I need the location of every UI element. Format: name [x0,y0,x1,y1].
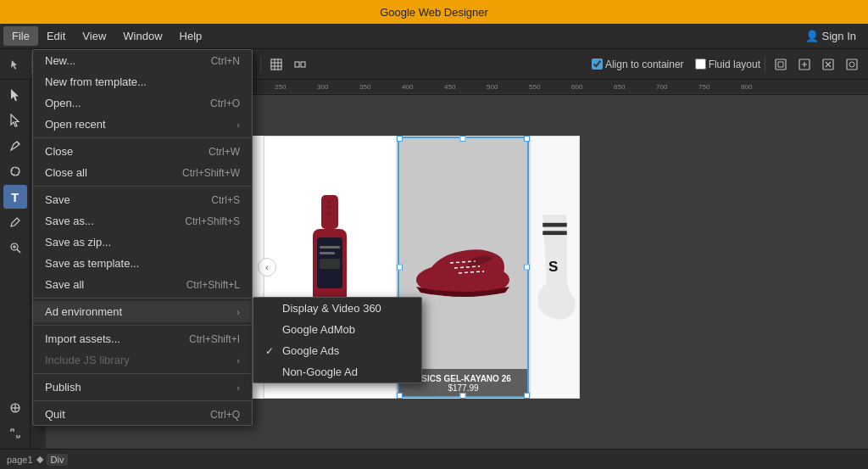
menu-sep-4 [33,325,252,326]
svg-rect-34 [295,62,299,67]
menu-save-as-template[interactable]: Save as template... [33,253,252,274]
svg-point-84 [328,206,331,209]
toolbar-select-btn[interactable] [5,53,27,75]
svg-rect-36 [776,59,786,70]
menu-publish[interactable]: Publish › [33,377,252,398]
align-to-container-checkbox[interactable] [592,59,603,70]
submenu-non-google[interactable]: Non-Google Ad [253,361,421,382]
page-symbol: ◆ [36,454,43,465]
sel-handle-tl[interactable] [397,136,403,142]
menu-save-as[interactable]: Save as... Ctrl+Shift+S [33,210,252,232]
svg-text:600: 600 [571,83,583,91]
svg-rect-94 [542,223,566,227]
svg-text:400: 400 [402,83,414,91]
product-shoe-icon [408,229,518,305]
title-bar: Google Web Designer [0,0,868,24]
svg-text:500: 500 [487,83,498,91]
svg-rect-33 [271,59,281,70]
sel-handle-tr[interactable] [524,136,530,142]
toolbar-more1-btn[interactable] [289,53,311,75]
pen-tool-btn[interactable] [3,134,27,158]
pan-tool-btn[interactable] [3,396,27,420]
svg-rect-39 [847,59,857,70]
status-bar: page1 ◆ Div [0,449,868,469]
menu-close[interactable]: Close Ctrl+W [33,141,252,162]
fluid-layout-checkbox[interactable] [695,59,706,70]
menu-sep-2 [33,186,252,187]
sel-handle-lm[interactable] [397,265,403,271]
svg-text:450: 450 [444,83,456,91]
svg-text:250: 250 [275,83,287,91]
menu-open-recent[interactable]: Open recent › [33,114,252,135]
menu-new-from-template[interactable]: New from template... [33,71,252,92]
svg-rect-82 [320,259,340,269]
zoom-tool-btn[interactable] [3,236,27,260]
svg-line-41 [17,142,19,144]
menu-open[interactable]: Open... Ctrl+O [33,92,252,114]
menu-ad-environment[interactable]: Ad environment › [33,301,252,322]
svg-text:S: S [548,259,558,275]
sel-handle-tm[interactable] [460,136,466,142]
menu-save-as-zip[interactable]: Save as zip... [33,232,252,253]
toolbar-icon-r3[interactable] [817,53,839,75]
menu-save[interactable]: Save Ctrl+S [33,189,252,210]
svg-rect-81 [320,252,335,254]
submenu-admob[interactable]: Google AdMob [253,319,421,340]
menu-sep-6 [33,400,252,401]
menu-sep-5 [33,373,252,374]
toolbar-icon-r4[interactable] [841,53,863,75]
resize-tool-btn[interactable] [3,422,27,445]
file-menu-dropdown: New... Ctrl+N New from template... Open.… [32,49,253,426]
menu-quit[interactable]: Quit Ctrl+Q [33,404,252,425]
toolbar-grid-btn[interactable] [265,53,287,75]
page-label: page1 [7,455,33,465]
menu-import-assets[interactable]: Import assets... Ctrl+Shift+I [33,328,252,349]
pointer-tool-btn[interactable] [3,83,27,107]
toolbar-sep-right [765,56,765,73]
svg-line-45 [17,249,20,253]
menu-sep-3 [33,298,252,299]
menu-file[interactable]: File [3,26,38,46]
toolbar-icon-r2[interactable] [793,53,815,75]
left-toolbar: T [0,80,31,449]
fluid-layout-label[interactable]: Fluid layout [695,59,760,70]
toolbar-icon-r1[interactable] [770,53,792,75]
svg-text:300: 300 [317,83,329,91]
menu-sep-1 [33,137,252,138]
menu-help[interactable]: Help [171,26,211,46]
svg-text:800: 800 [741,83,753,91]
user-icon: 👤 [805,30,819,42]
app-title: Google Web Designer [380,6,488,19]
ad-environment-submenu: Display & Video 360 Google AdMob ✓ Googl… [253,297,422,383]
eyedropper-tool-btn[interactable] [3,210,27,234]
submenu-google-ads[interactable]: ✓ Google Ads [253,340,421,361]
menu-new[interactable]: New... Ctrl+N [33,50,252,71]
submenu-display-video[interactable]: Display & Video 360 [253,298,421,319]
align-to-container-label[interactable]: Align to container [592,59,684,70]
text-tool-btn[interactable]: T [3,185,27,209]
status-page-info: page1 ◆ Div [7,454,68,466]
svg-point-40 [849,62,854,67]
svg-text:350: 350 [359,83,371,91]
sign-in-label: Sign In [822,30,856,42]
shapes-tool-btn[interactable] [3,159,27,183]
subselect-tool-btn[interactable] [3,109,27,132]
toolbar-sep-3 [260,56,261,73]
svg-text:700: 700 [656,83,668,91]
menu-view[interactable]: View [74,26,114,46]
menu-close-all[interactable]: Close all Ctrl+Shift+W [33,162,252,183]
carousel-prev-btn[interactable]: ‹ [258,258,276,276]
sign-in-button[interactable]: 👤 Sign In [797,26,865,46]
svg-point-85 [328,212,331,215]
menu-window[interactable]: Window [114,26,170,46]
menu-edit[interactable]: Edit [38,26,74,46]
svg-rect-43 [12,168,19,175]
menu-bar: File Edit View Window Help 👤 Sign In [0,24,868,49]
menu-include-js: Include JS library › [33,349,252,371]
svg-text:750: 750 [698,83,710,91]
menu-save-all[interactable]: Save all Ctrl+Shift+L [33,274,252,295]
sel-handle-rm[interactable] [524,265,530,271]
product-socks-icon: S [531,208,579,327]
svg-text:550: 550 [529,83,541,91]
svg-rect-35 [301,62,305,67]
